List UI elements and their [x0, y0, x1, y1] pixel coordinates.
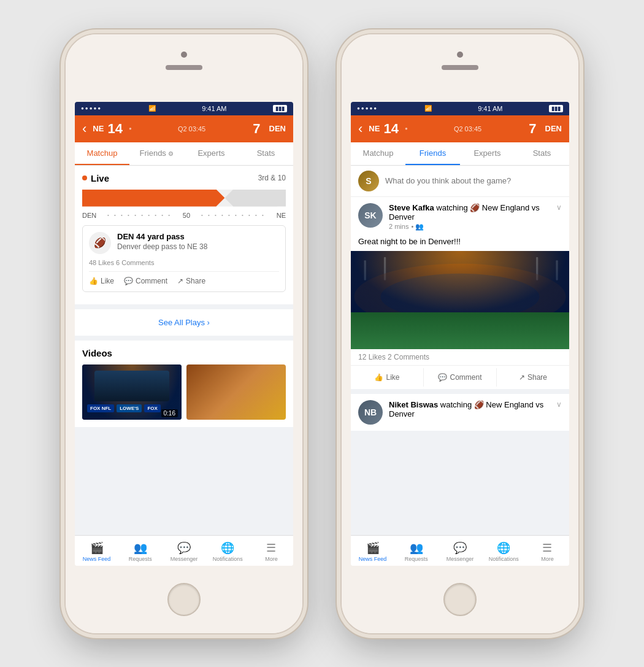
phone-2-bottom [342, 566, 578, 633]
team2-label-2: DEN [545, 124, 562, 133]
nav-requests-2[interactable]: 👥 Requests [394, 536, 438, 566]
nav-notifications-2[interactable]: 🌐 Notifications [482, 536, 526, 566]
play-title: DEN 44 yard pass [117, 232, 279, 241]
steve-share-button[interactable]: ↗ Share [497, 368, 569, 387]
steve-post-stats: 12 Likes 2 Comments [351, 349, 569, 366]
video-duration: 0:16 [161, 409, 178, 417]
user-avatar: S [358, 171, 379, 191]
messenger-icon: 💬 [177, 541, 191, 555]
niket-avatar-img: NB [358, 400, 383, 425]
fox-badge: FOX NFL [87, 404, 114, 412]
messenger-label-2: Messenger [447, 556, 474, 562]
signal-dots-2: ●●●●● [357, 106, 378, 111]
niket-activity: watching 🏈 New England vs Denver [389, 400, 543, 418]
phone-1-top [66, 34, 302, 102]
more-label: More [265, 556, 278, 562]
down-info: 3rd & 10 [258, 174, 286, 182]
tab-stats[interactable]: Stats [239, 142, 293, 165]
play-info: DEN 44 yard pass Denver deep pass to NE … [117, 232, 279, 251]
more-label-2: More [541, 556, 554, 562]
score-separator: ● [129, 126, 132, 131]
video-thumb-2[interactable] [186, 364, 286, 420]
left-team: DEN [82, 212, 96, 219]
live-label: Live [82, 173, 109, 183]
requests-label-2: Requests [405, 556, 428, 562]
nav-more[interactable]: ☰ More [250, 536, 293, 566]
tab-friends-2[interactable]: Friends [405, 142, 460, 165]
status-bar-2: ●●●●● 📶 9:41 AM ▮▮▮ [351, 102, 569, 115]
tab-experts[interactable]: Experts [184, 142, 239, 165]
messenger-icon-2: 💬 [453, 541, 467, 555]
play-card-header: 🏈 DEN 44 yard pass Denver deep pass to N… [89, 232, 279, 254]
quarter-info: Q2 03:45 [134, 125, 250, 133]
steve-avatar: SK [358, 203, 383, 228]
back-button-2[interactable]: ‹ [358, 121, 362, 137]
status-bar: ●●●●● 📶 9:41 AM ▮▮▮ [75, 102, 293, 115]
more-icon: ☰ [266, 541, 276, 555]
wifi-icon: 📶 [148, 105, 156, 112]
front-camera [181, 52, 187, 58]
score1: 14 [107, 121, 122, 137]
share-button[interactable]: ↗ Share [177, 277, 205, 285]
battery-icon: ▮▮▮ [273, 105, 287, 112]
tab-matchup-2[interactable]: Matchup [351, 142, 405, 165]
back-button[interactable]: ‹ [82, 121, 86, 137]
live-section: Live 3rd & 10 DEN • • • • • • • • • • 50… [75, 166, 293, 304]
score-sep-2: ● [405, 126, 408, 131]
comment-input[interactable] [385, 176, 562, 185]
home-button-2[interactable] [443, 583, 477, 616]
field-green [351, 312, 569, 349]
home-button[interactable] [167, 583, 201, 616]
share-icon: ↗ [177, 277, 183, 285]
speaker-2 [442, 65, 478, 70]
tv-desk [94, 371, 169, 401]
steve-like-button[interactable]: 👍 Like [351, 368, 424, 387]
comment-button[interactable]: 💬 Comment [124, 277, 167, 285]
phone-2-screen: ●●●●● 📶 9:41 AM ▮▮▮ ‹ NE 14 ● Q2 03:45 7… [351, 102, 569, 566]
nav-messenger[interactable]: 💬 Messenger [162, 536, 205, 566]
tab-stats-2[interactable]: Stats [515, 142, 569, 165]
tab-friends[interactable]: Friends ⚙ [129, 142, 184, 165]
steve-name: Steve Kafka watching 🏈 New England vs De… [389, 203, 550, 222]
like-label: Like [101, 277, 114, 285]
niket-name: Niket Biswas watching 🏈 New England vs D… [389, 400, 550, 418]
steve-time: 2 mins [389, 223, 408, 230]
live-text: Live [91, 173, 109, 183]
friends-icon: • 👥 [411, 223, 424, 231]
wifi-icon-2: 📶 [424, 105, 432, 112]
user-avatar-img: S [358, 171, 379, 191]
phone-1-screen: ●●●●● 📶 9:41 AM ▮▮▮ ‹ NE 14 ● Q2 03:45 7… [75, 102, 293, 566]
front-camera-2 [457, 52, 463, 58]
chevron-down-icon-2: ∨ [556, 400, 562, 409]
nav-notifications[interactable]: 🌐 Notifications [206, 536, 250, 566]
matchup-content: Live 3rd & 10 DEN • • • • • • • • • • 50… [75, 166, 293, 535]
tab-experts-2[interactable]: Experts [460, 142, 515, 165]
field-dots: • • • • • • • • • • [96, 212, 183, 218]
comment-label: Comment [136, 277, 167, 285]
notifications-label: Notifications [213, 556, 243, 562]
team1-label-2: NE [369, 124, 380, 133]
nav-requests[interactable]: 👥 Requests [118, 536, 162, 566]
share-label: Share [186, 277, 205, 285]
niket-avatar: NB [358, 400, 383, 425]
video-thumb-1[interactable]: FOX NFL LOWE'S FOX 0:16 [82, 364, 182, 420]
comment-input-row: S [351, 166, 569, 197]
videos-title: Videos [82, 348, 286, 358]
notifications-icon-2: 🌐 [497, 541, 510, 555]
notifications-label-2: Notifications [489, 556, 519, 562]
steve-comment-button[interactable]: 💬 Comment [424, 368, 497, 387]
signal-dots: ●●●●● [81, 106, 102, 111]
phone-2-top [342, 34, 578, 102]
tab-matchup[interactable]: Matchup [75, 142, 129, 165]
nav-messenger-2[interactable]: 💬 Messenger [438, 536, 481, 566]
nav-news-feed-2[interactable]: 🎬 News Feed [351, 536, 394, 566]
share-label-2: Share [527, 373, 547, 382]
see-all-plays-button[interactable]: See All Plays › [75, 309, 293, 336]
friends-content: S SK Steve Kafka watching 🏈 New England … [351, 166, 569, 535]
like-button[interactable]: 👍 Like [89, 277, 114, 285]
nav-news-feed[interactable]: 🎬 News Feed [75, 536, 118, 566]
team1-label: NE [93, 124, 104, 133]
requests-icon-2: 👥 [410, 541, 423, 555]
nav-more-2[interactable]: ☰ More [526, 536, 569, 566]
score-bar: ‹ NE 14 ● Q2 03:45 7 DEN [75, 115, 293, 142]
